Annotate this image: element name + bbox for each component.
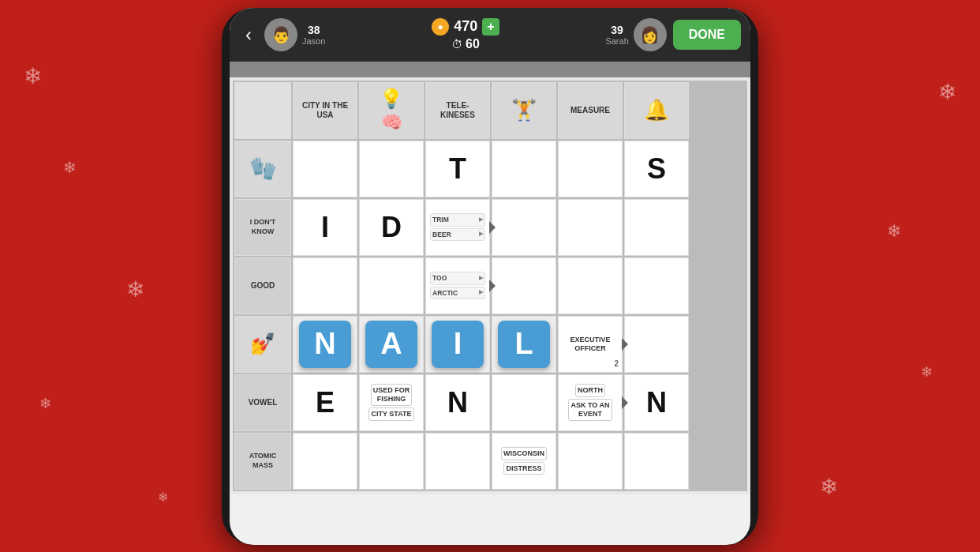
hint-beer: BEER — [430, 228, 485, 241]
hints-too-arctic: TOO ARCTIC — [428, 270, 487, 300]
back-button[interactable]: ‹ — [239, 21, 258, 49]
cell-r6-c3[interactable] — [425, 433, 490, 490]
row-header-nail: 💅 — [234, 316, 291, 373]
cell-r5-c6[interactable]: N — [624, 374, 689, 431]
hint-trim: TRIM — [430, 213, 485, 226]
gloves-icon: 🧤 — [249, 156, 277, 182]
player1-name: Jason — [302, 36, 325, 46]
player2-avatar: 👩 — [634, 18, 667, 51]
col-header-1: CITY IN THE USA — [293, 82, 357, 139]
cell-r1-c3[interactable]: T — [425, 141, 490, 197]
row-header-vowel: VOWEL — [234, 374, 291, 431]
brain-icon: 🧠 — [381, 112, 402, 133]
cell-r4-c2[interactable]: A — [359, 316, 424, 373]
cell-r5-c2[interactable]: USED FORFISHING CITY STATE — [359, 374, 424, 431]
cell-r4-c3[interactable]: I — [425, 316, 490, 373]
col-header-4: 🏋️ — [492, 82, 556, 139]
cell-r4-c1[interactable]: N — [293, 316, 357, 373]
col-header-3: TELE-KINESES — [425, 82, 490, 139]
hint-used-for-fishing: USED FORFISHING — [371, 384, 413, 406]
cell-r2-c4[interactable] — [492, 199, 556, 256]
cell-r5-c4[interactable] — [492, 374, 556, 431]
coins-section: ● 470 + ⏱ 60 — [331, 18, 599, 51]
cell-r1-c6[interactable]: S — [624, 141, 689, 197]
cell-r6-c1[interactable] — [293, 433, 357, 490]
snowflake-7: ❄ — [921, 363, 933, 381]
player1-avatar: 👨 — [264, 18, 297, 51]
hint-city-state: CITY STATE — [368, 407, 413, 421]
cell-r3-c6[interactable] — [624, 257, 689, 314]
cell-r2-c5[interactable] — [558, 199, 623, 256]
cell-r1-c5[interactable] — [558, 141, 623, 197]
player1-section: 👨 38 Jason — [264, 18, 325, 51]
cell-r5-c1[interactable]: E — [293, 374, 357, 431]
cell-r3-c4[interactable] — [492, 257, 556, 314]
cell-r6-c6[interactable] — [624, 433, 689, 490]
cell-r4-c5[interactable]: EXECUTIVEOFFICER 2 — [558, 316, 623, 373]
snowflake-5: ❄ — [938, 79, 956, 105]
game-header: ‹ 👨 38 Jason ● 470 + ⏱ 60 — [230, 8, 750, 62]
dumbbell-icon: 🏋️ — [511, 98, 537, 122]
letter-N[interactable]: N — [299, 321, 351, 368]
snowflake-3: ❄ — [126, 276, 144, 302]
row-header-idontknow: I DON'TKNOW — [234, 199, 291, 256]
letter-A[interactable]: A — [365, 321, 417, 368]
snowflake-9: ❄ — [158, 490, 168, 505]
snowflake-4: ❄ — [39, 395, 51, 412]
row-header-atomic: ATOMICMASS — [234, 433, 291, 490]
cell-r6-c4[interactable]: WISCONSIN DISTRESS — [492, 433, 556, 490]
cell-r5-c5[interactable]: NORTH ASK TO ANEVENT — [558, 374, 623, 431]
player2-section: 39 Sarah 👩 — [605, 18, 666, 51]
cell-r5-c3[interactable]: N — [425, 374, 490, 431]
col-header-6: 🔔 — [624, 82, 689, 139]
timer-icon: ⏱ — [451, 38, 462, 51]
snowflake-1: ❄ — [24, 63, 42, 89]
cell-r3-c1[interactable] — [293, 257, 357, 314]
hint-north: NORTH — [575, 384, 605, 397]
done-button[interactable]: DONE — [673, 20, 741, 50]
cell-r1-c1[interactable] — [293, 141, 357, 197]
hint-distress: DISTRESS — [503, 462, 544, 475]
snowflake-8: ❄ — [820, 474, 838, 500]
letter-L[interactable]: L — [498, 321, 550, 368]
game-area[interactable]: CITY IN THE USA 💡 🧠 TELE-KINESES 🏋️ — [230, 77, 750, 494]
hint-arctic: ARCTIC — [430, 287, 485, 299]
cell-r3-c3[interactable]: TOO ARCTIC — [425, 257, 490, 314]
arrow-right-r3c3 — [489, 280, 496, 292]
phone-screen: ‹ 👨 38 Jason ● 470 + ⏱ 60 — [230, 8, 750, 545]
cell-r3-c5[interactable] — [558, 257, 623, 314]
cell-r1-c4[interactable] — [492, 141, 556, 197]
cell-r4-c4[interactable]: L — [492, 316, 556, 373]
cell-r2-c6[interactable] — [624, 199, 689, 256]
phone-frame: ‹ 👨 38 Jason ● 470 + ⏱ 60 — [222, 8, 758, 545]
timer-row: ⏱ 60 — [451, 37, 480, 51]
cell-r4-c6[interactable] — [624, 316, 689, 373]
coin-amount: 470 — [454, 18, 477, 35]
cell-r2-c3[interactable]: TRIM BEER — [425, 199, 490, 256]
snowflake-2: ❄ — [63, 158, 77, 177]
hint-ask-to-event: ASK TO ANEVENT — [568, 399, 612, 421]
coin-icon: ● — [432, 18, 449, 36]
col-header-5: MEASURE — [558, 82, 623, 139]
hints-trim-beer: TRIM BEER — [428, 212, 487, 242]
cell-r1-c2[interactable] — [359, 141, 424, 197]
cell-r2-c2[interactable]: D — [359, 199, 424, 256]
hint-too: TOO — [430, 272, 485, 284]
cell-r3-c2[interactable] — [359, 257, 424, 314]
arrow-right-north — [622, 396, 628, 409]
bell-icon: 🔔 — [644, 98, 669, 122]
arrow-right-r2c3 — [489, 221, 496, 234]
cell-r6-c2[interactable] — [359, 433, 424, 490]
coins-row: ● 470 + — [432, 18, 499, 36]
row-header-gloves: 🧤 — [234, 141, 291, 197]
timer-value: 60 — [466, 37, 480, 51]
col-header-2: 💡 🧠 — [359, 82, 424, 139]
cell-r2-c1[interactable]: I — [293, 199, 357, 256]
cell-r6-c5[interactable] — [558, 433, 623, 490]
snowflake-6: ❄ — [887, 221, 901, 242]
nail-icon: 💅 — [250, 332, 275, 356]
hint-wisconsin: WISCONSIN — [501, 447, 547, 460]
row-header-good: GOOD — [234, 257, 291, 314]
add-coins-button[interactable]: + — [482, 18, 499, 36]
letter-I[interactable]: I — [432, 321, 484, 368]
